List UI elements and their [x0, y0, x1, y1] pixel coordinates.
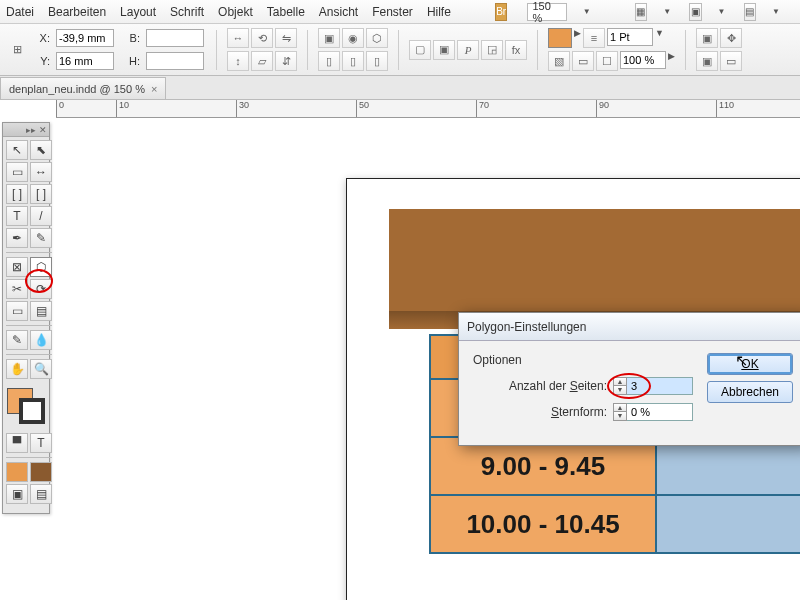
ruler-tick: 50	[356, 100, 369, 118]
arrange-docs-icon[interactable]: ▤	[744, 3, 757, 21]
menu-fenster[interactable]: Fenster	[372, 5, 413, 19]
center-content-icon[interactable]: ▣	[696, 51, 718, 71]
scale-y-icon[interactable]: ↕	[227, 51, 249, 71]
menu-hilfe[interactable]: Hilfe	[427, 5, 451, 19]
opacity-field[interactable]	[620, 51, 666, 69]
table-content-cell	[657, 496, 800, 554]
fill-stroke-proxy[interactable]	[5, 386, 47, 426]
height-field[interactable]	[146, 52, 204, 70]
sides-step-down-icon[interactable]: ▼	[613, 386, 627, 395]
corner-options-icon[interactable]: ◲	[481, 40, 503, 60]
zoom-tool[interactable]: 🔍	[30, 359, 52, 379]
align-left-icon[interactable]: ▯	[318, 51, 340, 71]
menu-bar: Datei Bearbeiten Layout Schrift Objekt T…	[0, 0, 800, 24]
stroke-align-icon[interactable]: ▭	[572, 51, 594, 71]
bridge-icon[interactable]: Br	[495, 3, 508, 21]
dialog-titlebar[interactable]: Polygon-Einstellungen	[459, 313, 800, 341]
document-tab[interactable]: denplan_neu.indd @ 150 % ×	[0, 77, 166, 99]
normal-view-icon[interactable]: ▣	[6, 484, 28, 504]
note-tool[interactable]: ✎	[6, 330, 28, 350]
select-container-icon[interactable]: ▣	[318, 28, 340, 48]
preview-view-icon[interactable]: ▤	[30, 484, 52, 504]
default-fill-icon[interactable]	[6, 462, 28, 482]
page-tool[interactable]: ▭	[6, 162, 28, 182]
free-transform-tool[interactable]: ⟳	[30, 279, 52, 299]
fit-content-icon[interactable]: ▣	[696, 28, 718, 48]
apply-color-icon[interactable]: ▀	[6, 433, 28, 453]
swap-fill-stroke-icon[interactable]	[30, 462, 52, 482]
x-field[interactable]	[56, 29, 114, 47]
zoom-level-field[interactable]: 150 %	[527, 3, 566, 21]
zoom-dropdown-icon[interactable]: ▼	[583, 7, 591, 16]
cancel-button[interactable]: Abbrechen	[707, 381, 793, 403]
view-options-icon[interactable]: ▦	[635, 3, 648, 21]
flip-v-icon[interactable]: ⇵	[275, 51, 297, 71]
width-field[interactable]	[146, 29, 204, 47]
polygon-tool[interactable]: ⬡	[30, 257, 52, 277]
sides-label: Anzahl der Seiten:	[509, 379, 607, 393]
apply-none-icon[interactable]: ▧	[548, 51, 570, 71]
select-content-icon[interactable]: ◉	[342, 28, 364, 48]
align-center-icon[interactable]: ▯	[342, 51, 364, 71]
menu-bearbeiten[interactable]: Bearbeiten	[48, 5, 106, 19]
align-right-icon[interactable]: ▯	[366, 51, 388, 71]
reference-point-icon[interactable]: ⊞	[6, 40, 28, 60]
horizontal-ruler[interactable]: 01030507090110	[56, 100, 800, 118]
text-wrap-bbox-icon[interactable]: ▣	[433, 40, 455, 60]
rotate-icon[interactable]: ⟲	[251, 28, 273, 48]
stroke-weight-field[interactable]	[607, 28, 653, 46]
gap-tool[interactable]: ↔	[30, 162, 52, 182]
line-tool[interactable]: /	[30, 206, 52, 226]
tools-panel-header[interactable]: ▸▸ ✕	[3, 123, 49, 137]
hand-tool[interactable]: ✋	[6, 359, 28, 379]
scale-x-icon[interactable]: ↔	[227, 28, 249, 48]
ok-button[interactable]: OK	[707, 353, 793, 375]
menu-layout[interactable]: Layout	[120, 5, 156, 19]
menu-datei[interactable]: Datei	[6, 5, 34, 19]
drop-cap-icon[interactable]: P	[457, 40, 479, 60]
ruler-tick: 0	[56, 100, 64, 118]
sides-step-up-icon[interactable]: ▲	[613, 377, 627, 386]
quick-apply-icon[interactable]: ✥	[720, 28, 742, 48]
shear-icon[interactable]: ▱	[251, 51, 273, 71]
screen-mode-icon[interactable]: ▣	[689, 3, 702, 21]
scissors-tool[interactable]: ✂	[6, 279, 28, 299]
stroke-proxy[interactable]	[19, 398, 45, 424]
pathfinder-icon[interactable]: ⬡	[366, 28, 388, 48]
star-step-up-icon[interactable]: ▲	[613, 403, 627, 412]
flip-h-icon[interactable]: ⇋	[275, 28, 297, 48]
effects-opacity-icon[interactable]: ☐	[596, 51, 618, 71]
fill-swatch[interactable]	[548, 28, 572, 48]
gradient-feather-tool[interactable]: ▤	[30, 301, 52, 321]
menu-tabelle[interactable]: Tabelle	[267, 5, 305, 19]
eyedropper-tool[interactable]: 💧	[30, 330, 52, 350]
star-inset-label: Sternform:	[551, 405, 607, 419]
menu-objekt[interactable]: Objekt	[218, 5, 253, 19]
content-collector-tool[interactable]: [ ]	[6, 184, 28, 204]
object-styles-icon[interactable]: ▭	[720, 51, 742, 71]
text-wrap-none-icon[interactable]: ▢	[409, 40, 431, 60]
close-tab-icon[interactable]: ×	[151, 83, 157, 95]
direct-selection-tool[interactable]: ⬉	[30, 140, 52, 160]
swatch-dropdown-icon[interactable]: ▶	[574, 28, 581, 48]
type-tool[interactable]: T	[6, 206, 28, 226]
sides-input[interactable]	[627, 377, 693, 395]
effects-icon[interactable]: fx	[505, 40, 527, 60]
star-step-down-icon[interactable]: ▼	[613, 412, 627, 421]
document-tab-bar: denplan_neu.indd @ 150 % ×	[0, 76, 800, 100]
rectangle-frame-tool[interactable]: ⊠	[6, 257, 28, 277]
apply-gradient-icon[interactable]: T	[30, 433, 52, 453]
menu-ansicht[interactable]: Ansicht	[319, 5, 358, 19]
ruler-tick: 110	[716, 100, 734, 118]
pen-tool[interactable]: ✒	[6, 228, 28, 248]
stroke-style-icon[interactable]: ≡	[583, 28, 605, 48]
content-placer-tool[interactable]: [ ]	[30, 184, 52, 204]
menu-schrift[interactable]: Schrift	[170, 5, 204, 19]
gradient-swatch-tool[interactable]: ▭	[6, 301, 28, 321]
y-field[interactable]	[56, 52, 114, 70]
pencil-tool[interactable]: ✎	[30, 228, 52, 248]
selection-tool[interactable]: ↖	[6, 140, 28, 160]
star-inset-input[interactable]	[627, 403, 693, 421]
ruler-tick: 90	[596, 100, 609, 118]
h-label: H:	[122, 55, 140, 67]
